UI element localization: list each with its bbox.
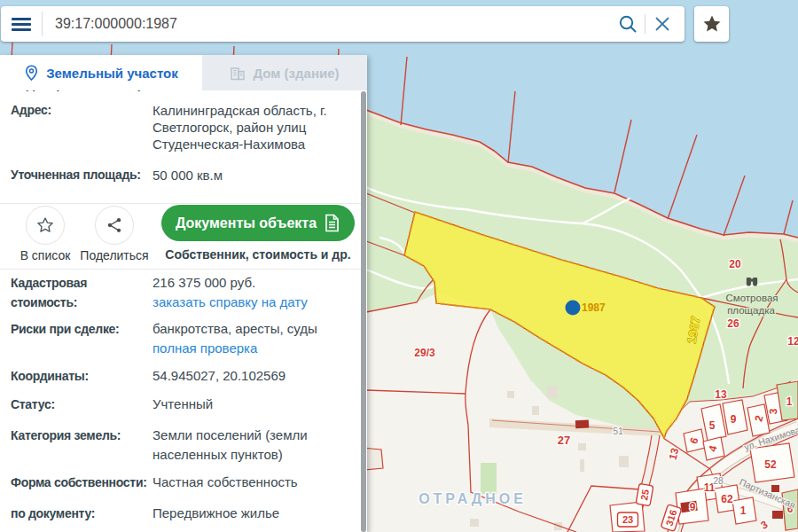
row-label: Форма собственности: <box>11 473 153 492</box>
svg-text:20: 20 <box>729 258 741 270</box>
plate-25: 25 <box>638 489 651 501</box>
settlement-label: ОТРАДНОЕ <box>419 491 527 506</box>
info-panel: Земельный участок Дом (здание) Кадастров… <box>0 55 367 532</box>
green-parcel-small <box>481 463 497 494</box>
separator <box>0 269 362 270</box>
svg-text:51: 51 <box>613 426 623 436</box>
svg-text:29/3: 29/3 <box>414 347 435 359</box>
documents-caption: Собственник, стоимость и др. <box>161 247 355 262</box>
svg-text:28: 28 <box>713 475 724 486</box>
building-icon <box>230 65 246 81</box>
document-icon <box>324 214 340 232</box>
svg-text:9: 9 <box>690 501 696 513</box>
row-value: Калининградская область, г. Светлогорск,… <box>153 102 327 153</box>
svg-text:Смотровая: Смотровая <box>725 293 778 303</box>
hamburger-icon <box>12 15 31 34</box>
info-row: Статус: Учтенный <box>0 395 362 414</box>
clear-search-button[interactable] <box>647 6 677 42</box>
row-label: по документу: <box>11 504 153 523</box>
tab-house-building[interactable]: Дом (здание) <box>202 55 367 90</box>
map-pin-icon <box>24 65 39 82</box>
svg-text:1: 1 <box>740 505 747 517</box>
row-label: Риски при сделке: <box>11 319 153 358</box>
row-value: Частная собственность <box>153 473 298 492</box>
svg-text:площадка: площадка <box>727 305 775 316</box>
tab-land-parcel[interactable]: Земельный участок <box>0 55 202 90</box>
row-value: 216 375 000 руб. заказать справку на дат… <box>153 273 308 312</box>
row-value: 54.945027, 20.102569 <box>153 366 286 386</box>
share-button[interactable] <box>95 206 134 245</box>
svg-text:52: 52 <box>764 458 777 471</box>
svg-text:9: 9 <box>731 413 737 426</box>
clipped-row: Кадастровый номер: <box>0 90 362 96</box>
svg-text:26: 26 <box>727 317 739 330</box>
building-51 <box>575 420 589 429</box>
searchbar-divider-2 <box>645 14 645 34</box>
area-row: Уточненная площадь: 50 000 кв.м <box>0 167 362 184</box>
row-label: Категория земель: <box>11 426 153 465</box>
row-label: Уточненная площадь: <box>11 167 153 184</box>
row-label: Адрес: <box>11 102 153 153</box>
svg-text:12: 12 <box>787 335 798 348</box>
share-caption: Поделиться <box>80 248 149 262</box>
info-row: Форма собственности: Частная собственнос… <box>0 473 362 492</box>
info-row: Координаты: 54.945027, 20.102569 <box>0 366 362 386</box>
plate-23: 23 <box>622 514 633 525</box>
share-icon <box>106 216 123 234</box>
star-outline-icon <box>35 215 55 235</box>
selected-parcel-marker[interactable] <box>566 301 581 316</box>
address-row: Адрес: Калининградская область, г. Светл… <box>0 102 362 153</box>
search-icon <box>618 14 638 34</box>
panel-tabs: Земельный участок Дом (здание) <box>0 55 367 90</box>
actions-row: В список Поделиться Документы объекта <box>0 204 362 263</box>
order-certificate-link[interactable]: заказать справку на дату <box>153 293 308 312</box>
row-value: банкротства, аресты, суды полная проверк… <box>153 319 317 358</box>
row-value: 50 000 кв.м <box>153 167 223 184</box>
full-check-link[interactable]: полная проверка <box>153 339 257 358</box>
tab-label: Земельный участок <box>46 66 178 81</box>
info-row: по документу: Передвижное жилье <box>0 504 362 523</box>
svg-text:3: 3 <box>767 408 779 414</box>
row-value: Учтенный <box>153 395 213 414</box>
svg-text:5: 5 <box>709 419 716 432</box>
svg-text:13: 13 <box>715 388 727 401</box>
svg-text:62: 62 <box>721 493 733 505</box>
object-documents-button[interactable]: Документы объекта <box>161 205 355 241</box>
add-to-list-button[interactable] <box>26 206 65 245</box>
panel-body: Кадастровый номер: Адрес: Калининградска… <box>0 90 362 532</box>
star-icon <box>701 13 723 35</box>
info-row: Категория земель: Земли поселений (земли… <box>0 426 362 465</box>
search-button[interactable] <box>613 6 643 42</box>
favorites-button[interactable] <box>694 6 729 42</box>
search-bar <box>1 6 685 42</box>
row-label: Координаты: <box>11 366 153 386</box>
tab-label: Дом (здание) <box>253 66 339 81</box>
info-row: Кадастровая стоимость: 216 375 000 руб. … <box>0 273 362 312</box>
menu-button[interactable] <box>1 6 42 42</box>
row-label: Статус: <box>11 395 153 414</box>
search-input[interactable] <box>43 8 613 40</box>
selected-parcel-number: 1987 <box>582 301 606 314</box>
svg-text:27: 27 <box>558 434 570 447</box>
panel-scrollbar[interactable] <box>361 91 366 532</box>
add-to-list-caption: В список <box>11 248 80 262</box>
info-row: Риски при сделке: банкротства, аресты, с… <box>0 319 362 358</box>
row-value: Земли поселений (земли населенных пункто… <box>153 426 348 465</box>
svg-text:1: 1 <box>786 395 793 408</box>
row-label: Кадастровая стоимость: <box>11 273 153 312</box>
row-value: Передвижное жилье <box>153 504 279 523</box>
close-icon <box>654 16 670 32</box>
